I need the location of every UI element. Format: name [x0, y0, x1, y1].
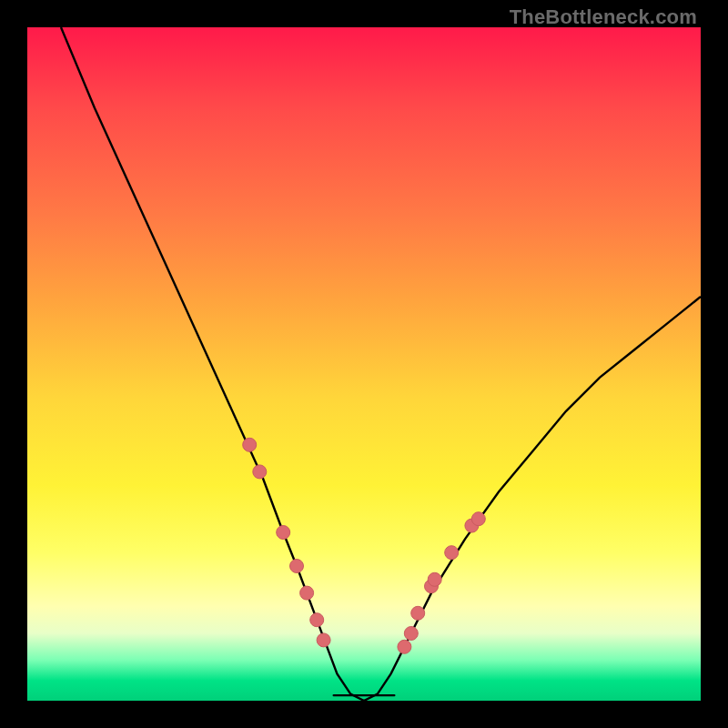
outer-black-frame: TheBottleneck.com: [0, 0, 728, 728]
highlight-dot: [277, 526, 290, 540]
highlight-dot: [398, 640, 411, 653]
highlight-dot: [404, 627, 418, 641]
highlight-dot: [290, 560, 304, 573]
highlight-dot: [428, 572, 441, 586]
highlight-dot: [411, 606, 425, 620]
watermark-text: TheBottleneck.com: [510, 5, 697, 29]
chart-svg: [27, 27, 701, 701]
bottleneck-curve: [61, 27, 701, 701]
plot-area: [27, 27, 701, 701]
highlight-dot: [253, 465, 267, 479]
highlight-dot: [445, 546, 459, 560]
highlight-dot: [300, 586, 314, 600]
highlight-dot: [243, 438, 257, 451]
highlight-dot: [310, 613, 324, 627]
highlight-dots-group: [243, 438, 486, 653]
highlight-dot: [317, 633, 330, 647]
highlight-dot: [471, 512, 485, 526]
